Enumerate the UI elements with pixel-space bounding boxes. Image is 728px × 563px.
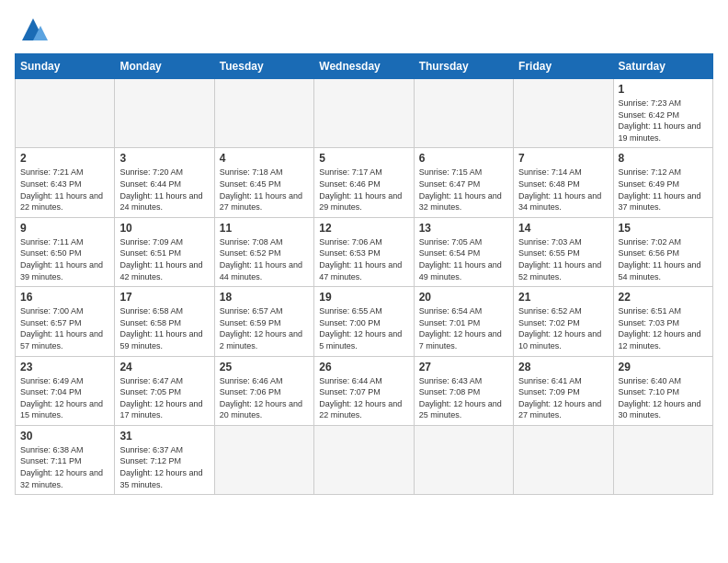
day-info: Sunrise: 7:23 AM Sunset: 6:42 PM Dayligh…: [619, 98, 708, 144]
day-info: Sunrise: 6:37 AM Sunset: 7:12 PM Dayligh…: [119, 444, 209, 490]
day-number: 13: [419, 222, 508, 235]
calendar-cell: 31Sunrise: 6:37 AM Sunset: 7:12 PM Dayli…: [115, 425, 214, 494]
day-info: Sunrise: 6:46 AM Sunset: 7:06 PM Dayligh…: [220, 375, 309, 421]
calendar-cell: 24Sunrise: 6:47 AM Sunset: 7:05 PM Dayli…: [115, 356, 214, 425]
calendar-week-1: 2Sunrise: 7:21 AM Sunset: 6:43 PM Daylig…: [16, 148, 713, 217]
calendar-cell: 25Sunrise: 6:46 AM Sunset: 7:06 PM Dayli…: [214, 356, 313, 425]
calendar-cell: 4Sunrise: 7:18 AM Sunset: 6:45 PM Daylig…: [214, 148, 313, 217]
day-number: 9: [20, 222, 109, 235]
day-info: Sunrise: 7:21 AM Sunset: 6:43 PM Dayligh…: [20, 167, 109, 213]
calendar-cell: 14Sunrise: 7:03 AM Sunset: 6:55 PM Dayli…: [514, 217, 613, 286]
calendar-cell: 10Sunrise: 7:09 AM Sunset: 6:51 PM Dayli…: [115, 217, 214, 286]
calendar-cell: 11Sunrise: 7:08 AM Sunset: 6:52 PM Dayli…: [214, 217, 313, 286]
calendar-cell: 26Sunrise: 6:44 AM Sunset: 7:07 PM Dayli…: [314, 356, 414, 425]
calendar-cell: 7Sunrise: 7:14 AM Sunset: 6:48 PM Daylig…: [514, 148, 613, 217]
calendar-cell: 27Sunrise: 6:43 AM Sunset: 7:08 PM Dayli…: [414, 356, 513, 425]
calendar-cell: 20Sunrise: 6:54 AM Sunset: 7:01 PM Dayli…: [414, 287, 513, 356]
calendar-cell: 17Sunrise: 6:58 AM Sunset: 6:58 PM Dayli…: [115, 287, 214, 356]
day-number: 4: [220, 152, 309, 165]
calendar-header-row: SundayMondayTuesdayWednesdayThursdayFrid…: [16, 54, 713, 79]
calendar-cell: 19Sunrise: 6:55 AM Sunset: 7:00 PM Dayli…: [314, 287, 414, 356]
calendar-cell: [214, 79, 313, 148]
day-info: Sunrise: 7:03 AM Sunset: 6:55 PM Dayligh…: [518, 236, 608, 282]
day-info: Sunrise: 6:58 AM Sunset: 6:58 PM Dayligh…: [119, 305, 209, 351]
day-info: Sunrise: 6:41 AM Sunset: 7:09 PM Dayligh…: [518, 375, 608, 421]
day-info: Sunrise: 7:12 AM Sunset: 6:49 PM Dayligh…: [619, 167, 708, 213]
day-info: Sunrise: 7:18 AM Sunset: 6:45 PM Dayligh…: [220, 167, 309, 213]
day-number: 22: [619, 291, 708, 304]
day-info: Sunrise: 6:47 AM Sunset: 7:05 PM Dayligh…: [119, 375, 209, 421]
day-number: 10: [119, 222, 209, 235]
day-info: Sunrise: 7:08 AM Sunset: 6:52 PM Dayligh…: [220, 236, 309, 282]
calendar-cell: 15Sunrise: 7:02 AM Sunset: 6:56 PM Dayli…: [613, 217, 712, 286]
day-number: 26: [319, 361, 408, 373]
calendar-cell: [314, 425, 414, 494]
calendar-week-0: 1Sunrise: 7:23 AM Sunset: 6:42 PM Daylig…: [16, 79, 713, 148]
day-info: Sunrise: 6:54 AM Sunset: 7:01 PM Dayligh…: [419, 305, 508, 351]
day-number: 23: [20, 361, 109, 373]
calendar-cell: [514, 79, 613, 148]
day-number: 16: [20, 291, 109, 304]
day-number: 12: [319, 222, 408, 235]
day-info: Sunrise: 7:15 AM Sunset: 6:47 PM Dayligh…: [419, 167, 508, 213]
calendar-cell: 3Sunrise: 7:20 AM Sunset: 6:44 PM Daylig…: [115, 148, 214, 217]
day-info: Sunrise: 6:57 AM Sunset: 6:59 PM Dayligh…: [220, 305, 309, 351]
calendar-cell: 22Sunrise: 6:51 AM Sunset: 7:03 PM Dayli…: [613, 287, 712, 356]
day-number: 6: [419, 152, 508, 165]
calendar-cell: 21Sunrise: 6:52 AM Sunset: 7:02 PM Dayli…: [514, 287, 613, 356]
calendar-cell: [314, 79, 414, 148]
day-info: Sunrise: 6:40 AM Sunset: 7:10 PM Dayligh…: [619, 375, 708, 421]
calendar-week-5: 30Sunrise: 6:38 AM Sunset: 7:11 PM Dayli…: [16, 425, 713, 494]
day-info: Sunrise: 7:06 AM Sunset: 6:53 PM Dayligh…: [319, 236, 408, 282]
day-header-sunday: Sunday: [16, 54, 115, 79]
day-number: 17: [119, 291, 209, 304]
day-number: 15: [619, 222, 708, 235]
calendar-cell: 9Sunrise: 7:11 AM Sunset: 6:50 PM Daylig…: [16, 217, 115, 286]
day-header-wednesday: Wednesday: [314, 54, 414, 79]
day-number: 5: [319, 152, 408, 165]
day-number: 8: [619, 152, 708, 165]
calendar-cell: [414, 425, 513, 494]
calendar-cell: 2Sunrise: 7:21 AM Sunset: 6:43 PM Daylig…: [16, 148, 115, 217]
day-header-saturday: Saturday: [613, 54, 712, 79]
header: [15, 15, 713, 44]
day-number: 30: [20, 430, 109, 442]
day-number: 11: [220, 222, 309, 235]
day-info: Sunrise: 6:49 AM Sunset: 7:04 PM Dayligh…: [20, 375, 109, 421]
day-info: Sunrise: 7:09 AM Sunset: 6:51 PM Dayligh…: [119, 236, 209, 282]
calendar-cell: [414, 79, 513, 148]
calendar-cell: 8Sunrise: 7:12 AM Sunset: 6:49 PM Daylig…: [613, 148, 712, 217]
logo-icon: [15, 15, 51, 44]
calendar-cell: 28Sunrise: 6:41 AM Sunset: 7:09 PM Dayli…: [514, 356, 613, 425]
day-info: Sunrise: 6:55 AM Sunset: 7:00 PM Dayligh…: [319, 305, 408, 351]
day-info: Sunrise: 7:05 AM Sunset: 6:54 PM Dayligh…: [419, 236, 508, 282]
day-info: Sunrise: 7:14 AM Sunset: 6:48 PM Dayligh…: [518, 167, 608, 213]
day-number: 28: [518, 361, 608, 373]
calendar-cell: 18Sunrise: 6:57 AM Sunset: 6:59 PM Dayli…: [214, 287, 313, 356]
day-info: Sunrise: 7:00 AM Sunset: 6:57 PM Dayligh…: [20, 305, 109, 351]
day-header-tuesday: Tuesday: [214, 54, 313, 79]
calendar-cell: 23Sunrise: 6:49 AM Sunset: 7:04 PM Dayli…: [16, 356, 115, 425]
calendar: SundayMondayTuesdayWednesdayThursdayFrid…: [15, 53, 713, 495]
calendar-cell: [613, 425, 712, 494]
calendar-cell: 1Sunrise: 7:23 AM Sunset: 6:42 PM Daylig…: [613, 79, 712, 148]
day-header-friday: Friday: [514, 54, 613, 79]
calendar-cell: 16Sunrise: 7:00 AM Sunset: 6:57 PM Dayli…: [16, 287, 115, 356]
calendar-week-2: 9Sunrise: 7:11 AM Sunset: 6:50 PM Daylig…: [16, 217, 713, 286]
day-number: 20: [419, 291, 508, 304]
calendar-cell: [214, 425, 313, 494]
day-number: 3: [119, 152, 209, 165]
day-number: 18: [220, 291, 309, 304]
day-info: Sunrise: 6:38 AM Sunset: 7:11 PM Dayligh…: [20, 444, 109, 490]
day-header-monday: Monday: [115, 54, 214, 79]
day-info: Sunrise: 6:43 AM Sunset: 7:08 PM Dayligh…: [419, 375, 508, 421]
calendar-week-4: 23Sunrise: 6:49 AM Sunset: 7:04 PM Dayli…: [16, 356, 713, 425]
calendar-cell: [115, 79, 214, 148]
calendar-week-3: 16Sunrise: 7:00 AM Sunset: 6:57 PM Dayli…: [16, 287, 713, 356]
calendar-cell: [16, 79, 115, 148]
day-number: 14: [518, 222, 608, 235]
calendar-cell: 12Sunrise: 7:06 AM Sunset: 6:53 PM Dayli…: [314, 217, 414, 286]
day-info: Sunrise: 7:11 AM Sunset: 6:50 PM Dayligh…: [20, 236, 109, 282]
day-number: 24: [119, 361, 209, 373]
day-number: 31: [119, 430, 209, 442]
